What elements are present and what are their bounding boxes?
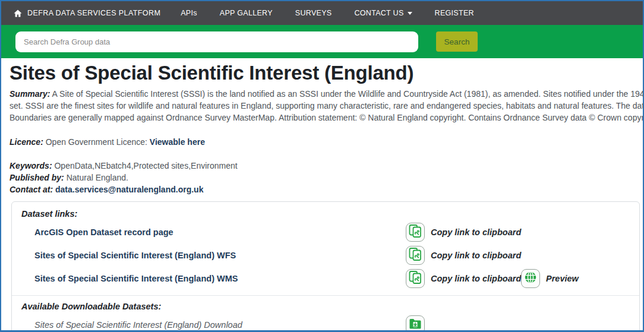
dataset-links-box: Dataset links: ArcGIS Open Dataset recor… <box>11 201 640 332</box>
contact-email-link[interactable]: data.services@naturalengland.org.uk <box>55 185 203 194</box>
nav-item-label: REGISTER <box>435 9 474 17</box>
search-band: Search <box>1 25 643 58</box>
dataset-link[interactable]: ArcGIS Open Dataset record page <box>34 227 406 237</box>
home-icon <box>13 9 23 18</box>
published-line: Published by: Natural England. <box>10 172 643 184</box>
dataset-link[interactable]: Sites of Special Scientific Interest (En… <box>34 251 406 260</box>
nav-item-label: APIs <box>181 9 197 17</box>
download-button[interactable] <box>406 315 425 332</box>
row-actions <box>406 315 425 332</box>
preview-button[interactable] <box>521 269 540 288</box>
download-row: Sites of Special Scientific Interest (En… <box>34 315 630 332</box>
nav-item[interactable]: APIs <box>181 9 197 17</box>
chevron-down-icon <box>408 12 412 15</box>
brand-label: DEFRA DATA SERVICES PLATFORM <box>27 9 160 17</box>
dataset-link-row: Sites of Special Scientific Interest (En… <box>34 245 630 265</box>
download-folder-icon <box>408 317 422 332</box>
dataset-link-row: Sites of Special Scientific Interest (En… <box>34 268 630 288</box>
dataset-links-heading: Dataset links: <box>21 209 630 219</box>
copy-link-label: Copy link to clipboard <box>431 274 521 283</box>
summary-line-3: Boundaries are generally mapped against … <box>10 112 643 124</box>
nav-item-label: SURVEYS <box>295 9 332 17</box>
search-input[interactable] <box>15 31 418 52</box>
keywords-line: Keywords: OpenData,NEbatch4,Protected si… <box>10 160 643 172</box>
nav-item[interactable]: REGISTER <box>435 9 474 17</box>
contact-line: Contact at: data.services@naturalengland… <box>10 184 643 195</box>
summary-line-2: set. SSSI are the finest sites for wildl… <box>10 100 643 112</box>
row-actions: Copy link to clipboard <box>406 223 521 242</box>
dataset-link-row: ArcGIS Open Dataset record page Copy lin… <box>34 222 630 242</box>
nav-items: APIs APP GALLERY SURVEYS CONTACT US REGI… <box>181 9 474 17</box>
section-divider <box>12 295 639 296</box>
copy-link-button[interactable] <box>406 269 425 288</box>
nav-item[interactable]: SURVEYS <box>295 9 332 17</box>
brand-home-link[interactable]: DEFRA DATA SERVICES PLATFORM <box>13 9 160 18</box>
copy-link-button[interactable] <box>406 246 425 265</box>
summary-label: Summary: <box>10 89 50 99</box>
nav-item[interactable]: APP GALLERY <box>220 9 273 17</box>
downloads-list: Sites of Special Scientific Interest (En… <box>21 315 630 332</box>
top-navbar: DEFRA DATA SERVICES PLATFORM APIs APP GA… <box>1 1 643 25</box>
licence-label: Licence: <box>10 137 43 147</box>
dataset-links-list: ArcGIS Open Dataset record page Copy lin… <box>21 222 630 288</box>
published-by-label: Published by: <box>10 173 64 182</box>
keywords-label: Keywords: <box>10 161 52 170</box>
nav-item-label: APP GALLERY <box>220 9 273 17</box>
copy-link-icon <box>408 270 422 286</box>
defra-data-services-page: { "nav": { "brand": "DEFRA DATA SERVICES… <box>0 0 644 332</box>
copy-link-icon <box>408 224 422 240</box>
copy-link-button[interactable] <box>406 223 425 242</box>
licence-line: Licence: Open Government Licence: Viewab… <box>10 136 643 148</box>
row-actions: Copy link to clipboard <box>406 246 521 265</box>
search-button[interactable]: Search <box>436 31 478 52</box>
preview-label: Preview <box>546 274 579 283</box>
nav-item-label: CONTACT US <box>354 9 403 17</box>
download-item-label: Sites of Special Scientific Interest (En… <box>34 320 406 330</box>
main-content: Sites of Special Scientific Interest (En… <box>1 58 643 332</box>
licence-viewable-link[interactable]: Viewable here <box>150 137 205 147</box>
summary-line-1: Summary: A Site of Special Scientific In… <box>10 88 643 100</box>
page-title: Sites of Special Scientific Interest (En… <box>10 62 643 84</box>
copy-link-label: Copy link to clipboard <box>431 227 521 237</box>
downloads-heading: Available Downloadable Datasets: <box>21 302 630 311</box>
contact-at-label: Contact at: <box>10 185 53 194</box>
copy-link-icon <box>408 247 422 263</box>
row-actions: Copy link to clipboard Pre <box>406 269 579 288</box>
nav-item[interactable]: CONTACT US <box>354 9 412 17</box>
dataset-link[interactable]: Sites of Special Scientific Interest (En… <box>34 274 406 283</box>
copy-link-label: Copy link to clipboard <box>431 251 521 260</box>
globe-icon <box>523 270 538 286</box>
